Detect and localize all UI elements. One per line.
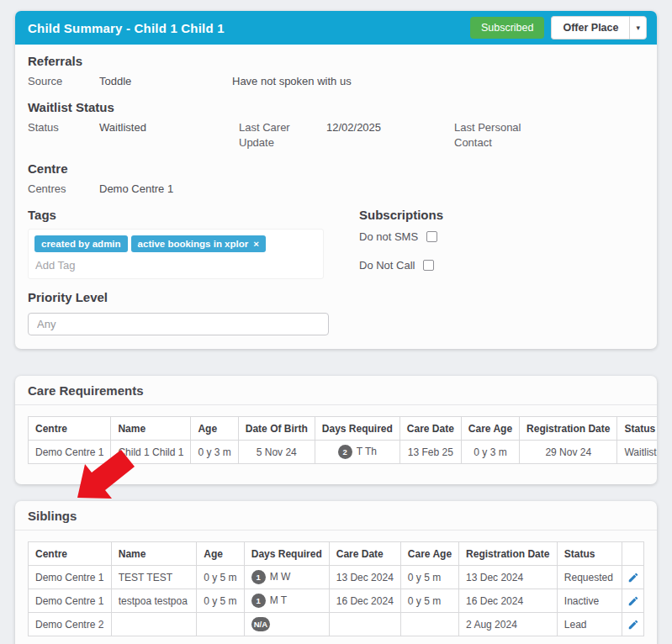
referrals-source-row: Source Toddle Have not spoken with us [28,74,644,89]
referrals-heading: Referrals [28,54,644,68]
tags-column: Tags created by admin active bookings in… [28,208,324,335]
offer-place-dropdown-button[interactable]: ▾ [629,16,647,40]
status-label: Status [28,120,99,135]
col-care-date: Care Date [399,417,461,441]
cell-care-date: 13 Dec 2024 [329,566,400,589]
table-row: Demo Centre 1 TEST TEST 0 y 5 m 1M W 13 … [29,566,644,589]
subscribed-button[interactable]: Subscribed [470,17,545,39]
col-centre: Centre [29,417,111,441]
cell-name: testpoa testpoa [111,589,196,613]
col-registration-date: Registration Date [459,542,558,566]
cell-care-date: 16 Dec 2024 [329,589,400,613]
tag-created-by-admin: created by admin [34,235,128,252]
waitlist-status-row: Status Waitlisted Last Carer Update 12/0… [28,120,644,150]
cell-date-of-birth: 5 Nov 24 [238,441,315,464]
cell-care-date [329,613,400,636]
offer-place-button[interactable]: Offer Place [551,16,629,40]
edit-pencil-icon[interactable] [624,592,643,610]
col-care-date: Care Date [329,542,400,566]
col-registration-date: Registration Date [520,417,617,441]
waitlist-status-heading: Waitlist Status [28,100,644,114]
source-label: Source [28,74,99,89]
summary-body: Referrals Source Toddle Have not spoken … [15,45,657,349]
cell-days-required: 1M T [244,589,329,613]
cell-registration-date: 13 Dec 2024 [459,566,558,589]
tag-row: created by admin active bookings in xplo… [34,235,317,252]
referral-note: Have not spoken with us [232,74,352,89]
do-not-call-checkbox[interactable] [423,260,434,271]
subscriptions-column: Subscriptions Do not SMS Do Not Call [359,208,644,335]
siblings-table: Centre Name Age Days Required Care Date … [28,541,644,636]
cell-actions [622,589,644,613]
offer-place-split-button: Offer Place ▾ [551,16,647,40]
add-tag-input[interactable] [34,257,303,275]
cell-name: Child 1 Child 1 [111,441,191,464]
days-na-badge: N/A [251,617,270,631]
cell-centre: Demo Centre 1 [29,441,111,464]
col-days-required: Days Required [315,417,399,441]
cell-registration-date: 16 Dec 2024 [459,589,558,613]
tags-subscriptions-columns: Tags created by admin active bookings in… [28,208,644,335]
edit-pencil-icon[interactable] [624,615,643,634]
cell-status: Lead [557,613,622,636]
table-row: Demo Centre 1 Child 1 Child 1 0 y 3 m 5 … [29,441,658,464]
cell-status: Inactive [557,589,622,613]
divider [15,530,657,531]
care-requirements-card: Care Requirements Centre Name Age Date O… [15,376,657,484]
cell-name [111,613,196,636]
table-header-row: Centre Name Age Date Of Birth Days Requi… [29,417,658,441]
care-requirements-title: Care Requirements [15,376,657,404]
col-status: Status [617,417,657,441]
centres-label: Centres [28,182,99,197]
last-personal-contact-label: Last Personal Contact [454,120,537,150]
cell-actions [622,566,644,589]
table-header-row: Centre Name Age Days Required Care Date … [29,542,644,566]
last-carer-update-label: Last Carer Update [239,120,326,150]
tag-active-bookings: active bookings in xplor× [131,235,266,252]
source-value: Toddle [99,74,232,89]
cell-care-age [400,613,458,636]
cell-days-required: 2T Th [315,441,399,464]
col-actions [622,542,644,566]
chevron-down-icon: ▾ [636,24,640,32]
remove-tag-icon[interactable]: × [253,239,259,249]
edit-pencil-icon[interactable] [624,568,643,587]
col-name: Name [111,542,196,566]
cell-days-required: 1M W [244,566,329,589]
cell-registration-date: 2 Aug 2024 [459,613,558,636]
col-care-age: Care Age [461,417,519,441]
cell-care-date: 13 Feb 25 [399,441,461,464]
col-care-age: Care Age [400,542,458,566]
centres-row: Centres Demo Centre 1 [28,182,644,197]
cell-centre: Demo Centre 2 [29,613,112,636]
do-not-sms-checkbox[interactable] [426,231,437,242]
page-title: Child Summary - Child 1 Child 1 [28,21,225,35]
siblings-card: Siblings Centre Name Age Days Required C… [15,501,657,644]
cell-centre: Demo Centre 1 [29,566,112,589]
last-carer-update-value: 12/02/2025 [326,120,454,135]
tags-heading: Tags [28,208,324,222]
col-age: Age [197,542,245,566]
col-age: Age [191,417,238,441]
cell-centre: Demo Centre 1 [29,589,112,613]
divider [15,404,657,405]
child-summary-card: Child Summary - Child 1 Child 1 Subscrib… [15,11,657,349]
centre-heading: Centre [28,161,644,176]
cell-age: 0 y 3 m [191,441,238,464]
col-date-of-birth: Date Of Birth [238,417,315,441]
priority-level-input[interactable] [28,313,329,335]
card-header: Child Summary - Child 1 Child 1 Subscrib… [15,11,657,45]
tags-box: created by admin active bookings in xplo… [28,229,324,279]
centres-value: Demo Centre 1 [99,182,173,197]
header-actions: Subscribed Offer Place ▾ [470,16,647,40]
do-not-sms-row: Do not SMS [359,230,644,243]
do-not-call-row: Do Not Call [359,259,644,272]
cell-name: TEST TEST [111,566,196,589]
days-count-badge: 2 [338,445,352,459]
days-count-badge: 1 [251,594,266,608]
cell-days-required: N/A [244,613,329,636]
cell-status: Waitlisted [617,441,657,464]
days-count-badge: 1 [251,570,266,584]
cell-care-age: 0 y 5 m [400,589,458,613]
col-days-required: Days Required [244,542,329,566]
